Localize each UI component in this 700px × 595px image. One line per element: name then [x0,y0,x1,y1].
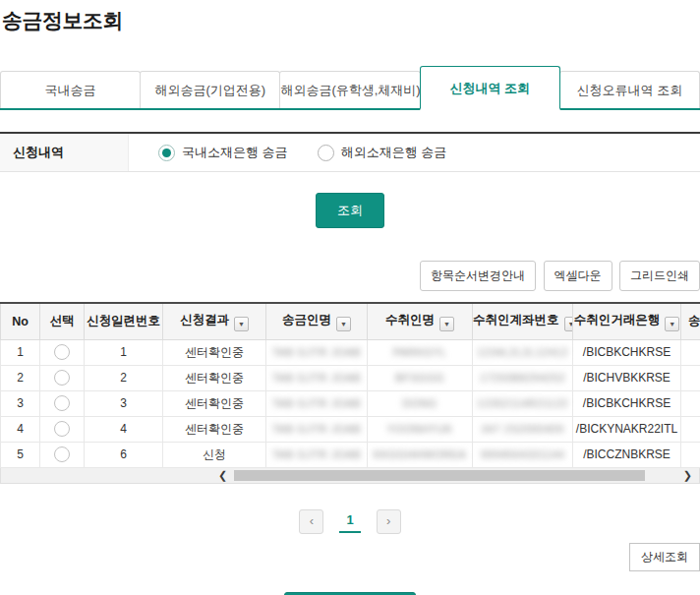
cell-cutoff [681,416,700,442]
pagination-next-button[interactable]: › [377,509,401,534]
tab-domestic-remittance[interactable]: 국내송금 [0,71,141,108]
cell-sender-masked: TAB GJTR JOAB [266,339,368,365]
scrollbar-thumb[interactable] [234,470,645,481]
cell-account-masked: 17293B8294252 [473,365,573,390]
row-select-radio[interactable] [54,446,70,462]
horizontal-scrollbar[interactable]: ❮ ❯ [0,468,700,484]
filter-dropdown-icon[interactable]: ▼ [564,317,573,331]
row-select-radio[interactable] [54,395,70,411]
cell-no: 3 [1,390,40,416]
cell-sender-masked: TAB GJTR JOAB [266,442,368,467]
column-order-info-button[interactable]: 항목순서변경안내 [420,261,536,291]
cell-bank: /BICBKCHKRSE [573,390,681,416]
radio-domestic-bank-label: 국내소재은행 송금 [182,144,288,161]
excel-download-button[interactable]: 엑셀다운 [544,261,612,291]
cell-select [40,390,85,416]
filter-dropdown-icon[interactable]: ▼ [234,317,249,331]
radio-selected-icon [158,145,175,161]
cell-bank: /BICBKCHKRSE [573,339,681,365]
cell-cutoff [681,365,700,390]
cell-bank: /BICCZNBKRSE [573,442,681,467]
filter-dropdown-icon[interactable]: ▼ [439,317,454,331]
cell-select [40,365,85,390]
cell-sender-masked: TAB GJTR JOAB [266,365,368,390]
cell-sender-masked: TAB GJTR JOAB [266,390,368,416]
grid-print-button[interactable]: 그리드인쇄 [619,261,700,291]
grid-action-buttons: 항목순서변경안내 엑셀다운 그리드인쇄 [0,261,700,291]
filter-section-label: 신청내역 [0,134,129,171]
cell-select [40,339,85,365]
radio-unselected-icon [318,145,334,161]
col-header-account: 수취인계좌번호▼ [473,303,573,339]
cell-seq: 6 [85,442,163,467]
table-row: 4 4 센터확인중 TAB GJTR JOAB YOONHYUK 347 2S2… [1,416,700,442]
detail-view-row: 상세조회 [0,543,700,571]
cell-recipient-masked: DONG [368,390,473,416]
application-history-filter-section: 신청내역 국내소재은행 송금 해외소재은행 송금 [0,132,700,172]
table-row: 2 2 센터확인중 TAB GJTR JOAB BFSGGG 17293B829… [1,365,700,390]
row-select-radio[interactable] [54,370,70,386]
pagination: ‹ 1 › [0,509,700,534]
tab-bar: 국내송금 해외송금(기업전용) 해외송금(유학생,체재비) 신청내역 조회 신청… [0,65,700,110]
col-header-sender: 송금인명▼ [266,303,368,339]
table-row: 3 3 센터확인중 TAB GJTR JOAB DONG 12352114R21… [1,390,700,416]
register-row: 송금정보 등록 [0,592,700,595]
page-title: 송금정보조회 [0,0,700,34]
cell-cutoff [681,390,700,416]
col-header-select: 선택 [40,303,85,339]
application-table: No 선택 신청일련번호 신청결과▼ 송금인명▼ 수취인명▼ 수취인계좌번호▼ … [0,302,700,484]
cell-select [40,442,85,467]
search-button-row: 조회 [0,193,700,228]
cell-account-masked: 1234L2L2L12412 [473,339,573,365]
cell-cutoff [681,442,700,467]
cell-recipient-masked: YOONHYUK [368,416,473,442]
cell-seq: 4 [85,416,163,442]
col-header-recipient: 수취인명▼ [368,303,473,339]
tab-application-history[interactable]: 신청내역 조회 [420,66,560,110]
cell-seq: 1 [85,339,163,365]
filter-dropdown-icon[interactable]: ▼ [665,317,679,331]
cell-result: 센터확인중 [163,339,266,365]
detail-view-button[interactable]: 상세조회 [629,543,700,571]
cell-bank: /BICKYNAKR22ITL [573,416,681,442]
filter-radio-group: 국내소재은행 송금 해외소재은행 송금 [129,134,446,171]
cell-sender-masked: TAB GJTR JOAB [266,416,368,442]
table-row: 1 1 센터확인중 TAB GJTR JOAB PARKGYL 1234L2L2… [1,339,700,365]
cell-bank: /BICHVBKKRSE [573,365,681,390]
cell-no: 5 [1,442,40,467]
cell-result: 센터확인중 [163,390,266,416]
cell-result: 신청 [163,442,266,467]
col-header-seq: 신청일련번호 [85,303,163,339]
cell-cutoff [681,339,700,365]
filter-dropdown-icon[interactable]: ▼ [336,317,351,331]
scroll-left-icon[interactable]: ❮ [218,468,227,482]
cell-no: 1 [1,339,40,365]
remittance-inquiry-page: 송금정보조회 국내송금 해외송금(기업전용) 해외송금(유학생,체재비) 신청내… [0,0,700,595]
cell-seq: 3 [85,390,163,416]
col-header-bank: 수취인거래은행▼ [573,303,681,339]
scroll-right-icon[interactable]: ❯ [683,468,692,482]
radio-domestic-bank[interactable]: 국내소재은행 송금 [158,144,288,161]
col-header-cutoff: 송금 [681,303,700,339]
table-row: 5 6 신청 TAB GJTR JOAB KKGGHHWOREA 9994564… [1,442,700,467]
table-header-row: No 선택 신청일련번호 신청결과▼ 송금인명▼ 수취인명▼ 수취인계좌번호▼ … [1,303,700,339]
search-button[interactable]: 조회 [316,193,384,228]
cell-account-masked: 12352114R21122 [473,390,573,416]
pagination-current-page[interactable]: 1 [339,509,360,533]
cell-recipient-masked: BFSGGG [368,365,473,390]
tab-overseas-student[interactable]: 해외송금(유학생,체재비) [279,71,420,108]
cell-seq: 2 [85,365,163,390]
tab-overseas-corporate[interactable]: 해외송금(기업전용) [140,71,280,108]
cell-recipient-masked: PARKGYL [368,339,473,365]
register-remittance-button[interactable]: 송금정보 등록 [284,592,416,595]
radio-overseas-bank[interactable]: 해외소재은행 송금 [318,144,447,161]
cell-result: 센터확인중 [163,365,266,390]
col-header-no: No [1,303,40,339]
tab-application-error-history[interactable]: 신청오류내역 조회 [559,71,700,108]
radio-overseas-bank-label: 해외소재은행 송금 [341,144,447,161]
row-select-radio[interactable] [54,421,70,437]
cell-no: 4 [1,416,40,442]
row-select-radio[interactable] [54,344,70,360]
pagination-prev-button[interactable]: ‹ [299,509,323,534]
cell-select [40,416,85,442]
